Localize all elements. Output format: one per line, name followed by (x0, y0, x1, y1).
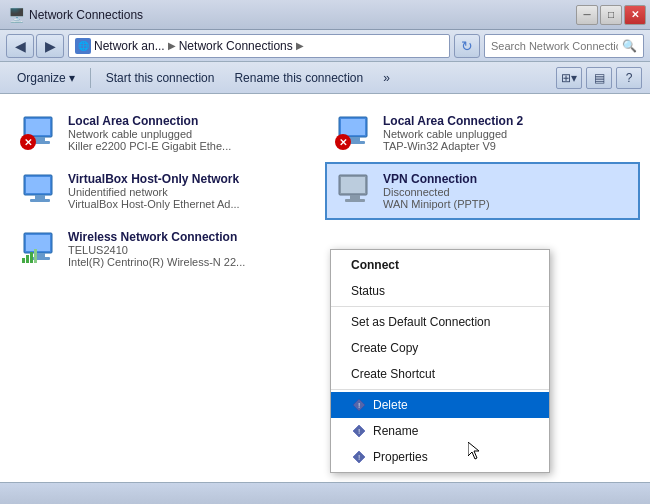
conn-icon-vpn (335, 172, 375, 208)
connection-item-virtualbox[interactable]: VirtualBox Host-Only Network Unidentifie… (10, 162, 325, 220)
title-controls: ─ □ ✕ (576, 5, 646, 25)
context-menu: Connect Status Set as Default Connection… (330, 249, 550, 473)
connection-item-local-area[interactable]: ✕ ✕ Local Area Connection Network cable … (10, 104, 325, 162)
svg-rect-23 (26, 255, 29, 263)
svg-text:!: ! (358, 427, 360, 436)
svg-rect-22 (22, 258, 25, 263)
svg-rect-19 (26, 235, 50, 251)
minimize-button[interactable]: ─ (576, 5, 598, 25)
conn-icon-wireless (20, 230, 60, 266)
refresh-button[interactable]: ↻ (454, 34, 480, 58)
svg-text:!: ! (358, 453, 360, 462)
window-icon: 🖥️ (8, 7, 25, 23)
ctx-properties-icon: ! (351, 449, 367, 465)
breadcrumb-arrow-1: ▶ (168, 40, 176, 51)
ctx-create-shortcut[interactable]: Create Shortcut (331, 361, 549, 387)
svg-rect-12 (35, 195, 45, 199)
title-bar: 🖥️ Network Connections ─ □ ✕ (0, 0, 650, 30)
forward-button[interactable]: ▶ (36, 34, 64, 58)
preview-panel-button[interactable]: ▤ (586, 67, 612, 89)
conn-name-local-area-2: Local Area Connection 2 (383, 114, 630, 128)
ctx-separator-2 (331, 389, 549, 390)
svg-rect-13 (30, 199, 50, 202)
nav-buttons: ◀ ▶ (6, 34, 64, 58)
ctx-connect-label: Connect (351, 258, 399, 272)
conn-status-local-area-2: Network cable unplugged (383, 128, 630, 140)
conn-info-virtualbox: VirtualBox Host-Only Network Unidentifie… (68, 172, 315, 210)
conn-detail-wireless: Intel(R) Centrino(R) Wireless-N 22... (68, 256, 315, 268)
rename-connection-label: Rename this connection (234, 71, 363, 85)
change-view-button[interactable]: ⊞ ▾ (556, 67, 582, 89)
rename-connection-button[interactable]: Rename this connection (225, 65, 372, 91)
ctx-connect[interactable]: Connect (331, 252, 549, 278)
svg-rect-7 (341, 119, 365, 135)
back-button[interactable]: ◀ (6, 34, 34, 58)
ctx-status[interactable]: Status (331, 278, 549, 304)
ctx-separator-1 (331, 306, 549, 307)
maximize-button[interactable]: □ (600, 5, 622, 25)
ctx-delete-label: Delete (373, 398, 408, 412)
panel-icon: ▤ (594, 71, 605, 85)
error-icon-local-area: ✕ (20, 134, 36, 150)
svg-rect-1 (26, 119, 50, 135)
organize-button[interactable]: Organize ▾ (8, 65, 84, 91)
conn-detail-virtualbox: VirtualBox Host-Only Ethernet Ad... (68, 198, 315, 210)
start-connection-label: Start this connection (106, 71, 215, 85)
ctx-status-label: Status (351, 284, 385, 298)
toolbar-right: ⊞ ▾ ▤ ? (556, 67, 642, 89)
conn-icon-local-area-2: ✕ (335, 114, 375, 150)
conn-icon-virtualbox (20, 172, 60, 208)
conn-status-local-area: Network cable unplugged (68, 128, 315, 140)
conn-icon-local-area: ✕ ✕ (20, 114, 60, 150)
conn-name-wireless: Wireless Network Connection (68, 230, 315, 244)
svg-rect-8 (350, 137, 360, 141)
conn-info-wireless: Wireless Network Connection TELUS2410 In… (68, 230, 315, 268)
svg-text:!: ! (358, 401, 360, 410)
connection-item-local-area-2[interactable]: ✕ Local Area Connection 2 Network cable … (325, 104, 640, 162)
more-button[interactable]: » (374, 65, 399, 91)
svg-rect-25 (34, 249, 37, 263)
svg-rect-15 (341, 177, 365, 193)
ctx-rename[interactable]: ! Rename (331, 418, 549, 444)
address-bar: ◀ ▶ 🌐 Network an... ▶ Network Connection… (0, 30, 650, 62)
ctx-create-copy[interactable]: Create Copy (331, 335, 549, 361)
breadcrumb[interactable]: 🌐 Network an... ▶ Network Connections ▶ (68, 34, 450, 58)
svg-rect-11 (26, 177, 50, 193)
help-icon: ? (626, 71, 633, 85)
ctx-set-default[interactable]: Set as Default Connection (331, 309, 549, 335)
conn-detail-vpn: WAN Miniport (PPTP) (383, 198, 630, 210)
window-title: Network Connections (29, 8, 143, 22)
help-button[interactable]: ? (616, 67, 642, 89)
toolbar-divider-1 (90, 68, 91, 88)
ctx-properties[interactable]: ! Properties (331, 444, 549, 470)
status-bar (0, 482, 650, 504)
title-bar-left: 🖥️ Network Connections (8, 7, 143, 23)
conn-detail-local-area: Killer e2200 PCI-E Gigabit Ethe... (68, 140, 315, 152)
conn-info-vpn: VPN Connection Disconnected WAN Miniport… (383, 172, 630, 210)
breadcrumb-part2: Network Connections (179, 39, 293, 53)
conn-name-virtualbox: VirtualBox Host-Only Network (68, 172, 315, 186)
ctx-delete-icon: ! (351, 397, 367, 413)
main-window: 🖥️ Network Connections ─ □ ✕ ◀ ▶ 🌐 Netwo… (0, 0, 650, 504)
connection-item-wireless[interactable]: Wireless Network Connection TELUS2410 In… (10, 220, 325, 278)
organize-label: Organize (17, 71, 66, 85)
search-box: 🔍 (484, 34, 644, 58)
svg-rect-2 (35, 137, 45, 141)
close-button[interactable]: ✕ (624, 5, 646, 25)
organize-arrow: ▾ (69, 71, 75, 85)
ctx-rename-label: Rename (373, 424, 418, 438)
connection-item-vpn[interactable]: VPN Connection Disconnected WAN Miniport… (325, 162, 640, 220)
ctx-create-copy-label: Create Copy (351, 341, 418, 355)
view-arrow: ▾ (571, 71, 577, 85)
ctx-delete[interactable]: ! Delete (331, 392, 549, 418)
start-connection-button[interactable]: Start this connection (97, 65, 224, 91)
ctx-rename-icon: ! (351, 423, 367, 439)
conn-name-vpn: VPN Connection (383, 172, 630, 186)
error-icon-local-area-2: ✕ (335, 134, 351, 150)
conn-info-local-area: Local Area Connection Network cable unpl… (68, 114, 315, 152)
ctx-create-shortcut-label: Create Shortcut (351, 367, 435, 381)
conn-status-vpn: Disconnected (383, 186, 630, 198)
search-input[interactable] (491, 40, 618, 52)
main-content: ✕ ✕ Local Area Connection Network cable … (0, 94, 650, 482)
conn-status-virtualbox: Unidentified network (68, 186, 315, 198)
